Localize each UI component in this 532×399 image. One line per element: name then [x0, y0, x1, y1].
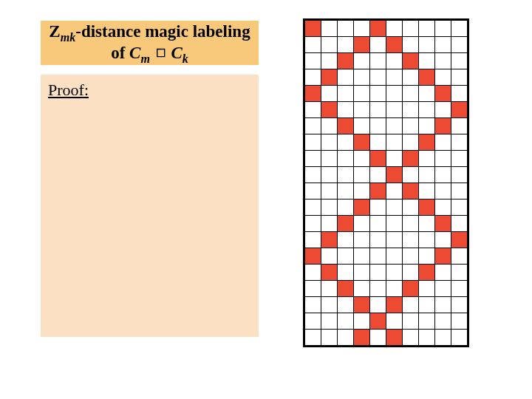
grid-cell	[451, 297, 468, 313]
grid-cell	[386, 265, 403, 281]
grid-cell	[435, 297, 451, 313]
grid-cell	[386, 134, 403, 151]
grid-cell	[321, 118, 338, 134]
grid-cell	[386, 151, 403, 167]
grid-cell	[386, 37, 403, 53]
grid-cell	[419, 232, 435, 248]
grid-cell	[321, 21, 338, 37]
grid-cell	[370, 102, 386, 118]
grid-cell	[338, 313, 354, 330]
grid-cell	[354, 86, 370, 102]
grid-cell	[419, 216, 435, 232]
grid-cell	[419, 102, 435, 118]
grid-cell	[386, 281, 403, 297]
grid-cell	[451, 21, 468, 37]
grid-cell	[338, 232, 354, 248]
grid-cell	[435, 167, 451, 183]
grid-cell	[370, 281, 386, 297]
grid-cell	[305, 21, 321, 37]
grid-cell	[451, 232, 468, 248]
grid-table	[304, 20, 468, 346]
grid-cell	[370, 86, 386, 102]
grid-cell	[435, 86, 451, 102]
grid-cell	[419, 86, 435, 102]
grid-cell	[419, 118, 435, 134]
grid-cell	[419, 281, 435, 297]
grid-cell	[321, 200, 338, 216]
grid-cell	[386, 313, 403, 330]
grid-cell	[403, 37, 419, 53]
grid-cell	[451, 53, 468, 69]
grid-cell	[370, 37, 386, 53]
grid-cell	[419, 151, 435, 167]
grid-cell	[435, 53, 451, 69]
grid-cell	[419, 313, 435, 330]
grid-cell	[321, 167, 338, 183]
grid-cell	[370, 313, 386, 330]
grid-cell	[321, 53, 338, 69]
grid-cell	[321, 102, 338, 118]
grid-cell	[403, 232, 419, 248]
grid-cell	[305, 134, 321, 151]
grid-cell	[419, 297, 435, 313]
grid-cell	[321, 216, 338, 232]
grid-cell	[338, 86, 354, 102]
grid-cell	[370, 53, 386, 69]
grid-cell	[370, 200, 386, 216]
grid-cell	[386, 330, 403, 346]
grid-cell	[305, 86, 321, 102]
grid-cell	[370, 151, 386, 167]
grid-cell	[321, 134, 338, 151]
grid-cell	[321, 37, 338, 53]
grid-cell	[338, 102, 354, 118]
grid-cell	[403, 297, 419, 313]
grid-cell	[386, 102, 403, 118]
grid-cell	[403, 248, 419, 265]
grid-cell	[435, 102, 451, 118]
grid-cell	[386, 216, 403, 232]
grid-cell	[370, 183, 386, 200]
grid-cell	[305, 69, 321, 86]
grid-cell	[435, 200, 451, 216]
grid-cell	[386, 69, 403, 86]
grid-cell	[321, 265, 338, 281]
grid-cell	[419, 183, 435, 200]
grid-cell	[403, 21, 419, 37]
grid-cell	[338, 134, 354, 151]
proof-label: Proof:	[48, 81, 89, 99]
grid-cell	[435, 313, 451, 330]
grid-cell	[354, 313, 370, 330]
grid-cell	[451, 265, 468, 281]
grid-cell	[435, 118, 451, 134]
grid-cell	[370, 297, 386, 313]
grid-cell	[354, 118, 370, 134]
grid-cell	[321, 297, 338, 313]
grid-cell	[435, 216, 451, 232]
grid-cell	[354, 21, 370, 37]
grid-cell	[321, 248, 338, 265]
grid-cell	[451, 330, 468, 346]
grid-cell	[354, 216, 370, 232]
grid-cell	[435, 151, 451, 167]
grid-cell	[321, 86, 338, 102]
grid-cell	[419, 134, 435, 151]
grid-cell	[403, 330, 419, 346]
grid-cell	[451, 151, 468, 167]
title-line-2: of Cm ☐ Ck	[41, 44, 259, 65]
grid-cell	[403, 281, 419, 297]
grid-cell	[305, 281, 321, 297]
grid-cell	[451, 183, 468, 200]
grid-cell	[338, 216, 354, 232]
grid-cell	[435, 248, 451, 265]
grid-cell	[451, 167, 468, 183]
grid-cell	[403, 167, 419, 183]
grid-cell	[370, 330, 386, 346]
grid-cell	[354, 37, 370, 53]
grid-cell	[338, 265, 354, 281]
grid-cell	[305, 200, 321, 216]
grid-cell	[403, 265, 419, 281]
grid-cell	[451, 37, 468, 53]
grid-cell	[419, 53, 435, 69]
grid-cell	[419, 69, 435, 86]
grid-cell	[403, 134, 419, 151]
